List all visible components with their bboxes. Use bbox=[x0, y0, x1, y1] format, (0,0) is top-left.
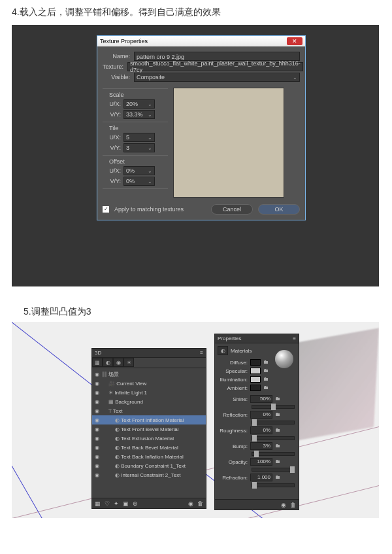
tree-row[interactable]: ◉▦ Background bbox=[92, 397, 206, 406]
folder-icon[interactable]: 🖿 bbox=[275, 459, 282, 465]
folder-icon[interactable]: 🖿 bbox=[275, 443, 282, 449]
apply-checkbox[interactable]: ✓ bbox=[103, 206, 109, 213]
visible-dropdown[interactable]: Composite ⌄ bbox=[134, 73, 300, 82]
visibility-icon[interactable]: ◉ bbox=[93, 408, 100, 414]
tree-row[interactable]: ◉◐ Internal Constraint 2_Text bbox=[92, 470, 206, 479]
slider-value-input[interactable]: 0% bbox=[250, 426, 272, 434]
render-icon[interactable]: ◉ bbox=[188, 500, 193, 507]
slider-track[interactable] bbox=[252, 483, 295, 487]
folder-icon[interactable]: 🖿 bbox=[275, 427, 282, 434]
visibility-icon[interactable]: ◉ bbox=[93, 454, 100, 460]
texture-properties-dialog: Texture Properties ✕ Name: pattern oro 9… bbox=[97, 35, 306, 220]
slider-value-input[interactable]: 0% bbox=[250, 411, 272, 419]
texture-dropdown[interactable]: smooth_stucco_flat_white_paint_plaster_w… bbox=[127, 62, 303, 71]
folder-icon[interactable]: 🖿 bbox=[275, 411, 282, 418]
3d-panel-header[interactable]: 3D≡ bbox=[92, 349, 206, 358]
item-label: Current View bbox=[116, 381, 146, 387]
offset-ux-input[interactable]: 0%⌄ bbox=[123, 166, 155, 175]
slider-thumb[interactable] bbox=[252, 435, 257, 441]
screenshot-2-container: 3D≡ ▦ ◐ ◉ ☀ ◉▥ 场景◉🎥 Current View◉☀ Infin… bbox=[12, 322, 379, 518]
tree-row[interactable]: ◉◐ Text Extrusion Material bbox=[92, 434, 206, 443]
folder-icon[interactable]: 🖿 bbox=[263, 368, 270, 374]
tree-row[interactable]: ◉◐ Text Back Bevel Material bbox=[92, 443, 206, 452]
slider-thumb[interactable] bbox=[252, 419, 257, 426]
dialog-titlebar: Texture Properties ✕ bbox=[97, 36, 305, 46]
filter-tab-4[interactable]: ☀ bbox=[123, 358, 134, 367]
slider-thumb[interactable] bbox=[252, 482, 257, 489]
slider-thumb[interactable] bbox=[254, 451, 259, 457]
panel-menu-icon[interactable]: ≡ bbox=[293, 336, 296, 341]
slider-track[interactable] bbox=[252, 452, 295, 456]
visibility-icon[interactable]: ◉ bbox=[93, 436, 100, 441]
slider-value-input[interactable]: 100% bbox=[250, 458, 272, 466]
filter-tab-3[interactable]: ◉ bbox=[113, 358, 123, 367]
visibility-icon[interactable]: ◉ bbox=[93, 463, 100, 469]
folder-icon[interactable]: 🖿 bbox=[275, 396, 282, 402]
tree-row[interactable]: ◉T Text bbox=[92, 406, 206, 415]
trash-icon[interactable]: 🗑 bbox=[290, 502, 296, 508]
folder-icon[interactable]: 🖿 bbox=[263, 376, 270, 383]
render-icon[interactable]: ◉ bbox=[281, 502, 286, 508]
visibility-icon[interactable]: ◉ bbox=[93, 381, 100, 387]
visibility-icon[interactable]: ◉ bbox=[93, 445, 100, 451]
visibility-icon[interactable]: ◉ bbox=[93, 372, 100, 377]
properties-panel-header[interactable]: Properties≡ bbox=[215, 334, 299, 343]
slider-label: Opacity: bbox=[218, 459, 248, 465]
tool-icon[interactable]: ▦ bbox=[95, 500, 101, 507]
tree-row[interactable]: ◉▥ 场景 bbox=[92, 370, 206, 379]
slider-thumb[interactable] bbox=[271, 404, 276, 410]
visibility-icon[interactable]: ◉ bbox=[93, 426, 100, 432]
color-swatch[interactable] bbox=[250, 385, 261, 391]
item-icon: ◐ bbox=[115, 472, 120, 478]
filter-tab-1[interactable]: ▦ bbox=[92, 358, 103, 367]
properties-panel-footer: ◉ 🗑 bbox=[215, 499, 299, 510]
offset-vy-input[interactable]: 0%⌄ bbox=[123, 177, 155, 186]
visibility-icon[interactable]: ◉ bbox=[93, 417, 100, 423]
tree-row[interactable]: ◉◐ Text Front Bevel Material bbox=[92, 424, 206, 434]
tool-icon[interactable]: ♡ bbox=[105, 500, 110, 507]
scale-ux-input[interactable]: 20%⌄ bbox=[123, 99, 155, 109]
tree-row[interactable]: ◉◐ Boundary Constraint 1_Text bbox=[92, 461, 206, 470]
visibility-icon[interactable]: ◉ bbox=[93, 399, 100, 405]
color-swatch[interactable] bbox=[250, 376, 261, 383]
slider-value-input[interactable]: 50% bbox=[250, 395, 272, 403]
slider-track[interactable] bbox=[252, 421, 295, 424]
trash-icon[interactable]: 🗑 bbox=[197, 500, 203, 507]
slider-track[interactable] bbox=[252, 468, 295, 472]
close-icon[interactable]: ✕ bbox=[287, 37, 302, 45]
folder-icon[interactable]: 🖿 bbox=[275, 474, 282, 481]
slider-track[interactable] bbox=[252, 405, 295, 409]
tile-vy-input[interactable]: 3⌄ bbox=[123, 143, 155, 152]
tree-row[interactable]: ◉◐ Text Back Inflation Material bbox=[92, 452, 206, 461]
folder-icon[interactable]: 🖿 bbox=[263, 359, 270, 366]
tool-icon[interactable]: ✦ bbox=[114, 500, 119, 507]
folder-icon[interactable]: 🖿 bbox=[263, 385, 270, 391]
slider-track[interactable] bbox=[252, 436, 295, 440]
tree-row[interactable]: ◉◐ Text Front Inflation Material bbox=[92, 415, 206, 424]
material-preview-sphere[interactable] bbox=[275, 350, 293, 368]
prop-label: Illumination: bbox=[218, 377, 248, 383]
slider-label: Roughness: bbox=[218, 428, 248, 434]
slider-value-input[interactable]: 1.000 bbox=[250, 474, 272, 481]
tree-row[interactable]: ◉☀ Infinite Light 1 bbox=[92, 388, 206, 397]
tool-icon[interactable]: ▣ bbox=[123, 500, 129, 507]
color-swatch[interactable] bbox=[250, 359, 261, 366]
name-input[interactable]: pattern oro 9 2.jpg bbox=[134, 52, 300, 61]
ok-button[interactable]: OK bbox=[258, 204, 300, 215]
tool-icon[interactable]: ⊕ bbox=[133, 500, 138, 507]
color-swatch[interactable] bbox=[250, 368, 261, 374]
visibility-icon[interactable]: ◉ bbox=[93, 390, 100, 396]
tree-row[interactable]: ◉🎥 Current View bbox=[92, 379, 206, 388]
item-label: Text Back Bevel Material bbox=[121, 445, 178, 451]
filter-tab-2[interactable]: ◐ bbox=[103, 358, 113, 367]
cancel-button[interactable]: Cancel bbox=[211, 204, 253, 215]
scale-vy-input[interactable]: 33.3%⌄ bbox=[123, 110, 155, 119]
slider-value-input[interactable]: 3% bbox=[250, 442, 272, 450]
item-icon: T bbox=[108, 408, 112, 414]
tile-ux-input[interactable]: 5⌄ bbox=[123, 133, 155, 142]
texture-label: Texture: bbox=[103, 63, 123, 70]
slider-thumb[interactable] bbox=[290, 466, 295, 473]
visibility-icon[interactable]: ◉ bbox=[93, 472, 100, 478]
panel-menu-icon[interactable]: ≡ bbox=[200, 350, 203, 356]
materials-tab-icon[interactable]: ◐ bbox=[218, 346, 228, 355]
